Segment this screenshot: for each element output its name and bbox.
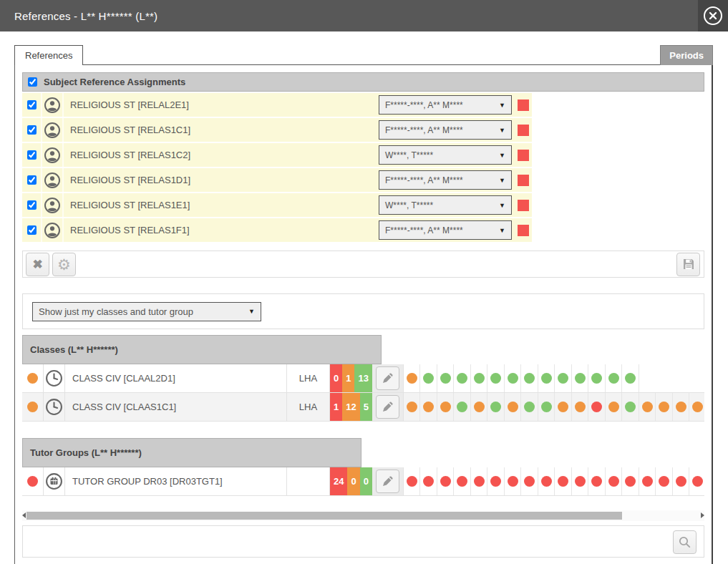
teacher-select[interactable]: F*****-****, A** M**** ▼ <box>379 220 512 240</box>
status-dot-cell <box>521 364 538 392</box>
count-green: 13 <box>354 364 372 392</box>
delete-button[interactable]: ✖ <box>26 253 49 276</box>
chevron-down-icon: ▼ <box>499 202 505 209</box>
teacher-select-value: W****, T***** <box>385 200 433 210</box>
teacher-select[interactable]: F*****-****, A** M**** ▼ <box>379 95 512 115</box>
chevron-down-icon: ▼ <box>499 177 505 184</box>
save-button[interactable] <box>676 253 700 276</box>
status-dot-cell <box>555 467 572 495</box>
status-dot-cell <box>622 364 639 392</box>
person-icon <box>42 218 64 242</box>
red-status-dot <box>642 476 653 487</box>
person-icon <box>42 193 64 217</box>
orange-status-dot <box>407 402 417 412</box>
green-status-dot <box>558 373 568 384</box>
tutor-group-icon <box>45 472 63 490</box>
close-button[interactable] <box>698 0 728 31</box>
group-row-label: CLASS CIV [CLAAL2D1] <box>65 364 287 392</box>
status-dot-cell <box>505 467 522 495</box>
scroll-right-arrow[interactable] <box>701 512 704 518</box>
settings-button[interactable]: ⚙ <box>52 253 76 276</box>
red-status-dot <box>575 476 586 487</box>
class-filter-select[interactable]: Show just my classes and tutor group ▼ <box>32 302 261 321</box>
classes-table: CLASS CIV [CLAAL2D1] LHA 0 1 13 <box>22 364 704 422</box>
status-dot <box>27 476 38 487</box>
person-icon <box>42 143 64 167</box>
tab-references[interactable]: References <box>14 45 83 65</box>
red-status-dot <box>508 476 518 487</box>
orange-status-dot <box>642 402 653 412</box>
count-green: 0 <box>360 467 372 495</box>
subject-row-checkbox[interactable] <box>27 150 37 160</box>
scroll-left-arrow[interactable] <box>22 512 26 518</box>
tab-periods[interactable]: Periods <box>660 45 713 65</box>
search-input[interactable] <box>26 529 670 554</box>
group-row-label: CLASS CIV [CLAAS1C1] <box>65 393 287 421</box>
status-dot-strip <box>404 393 704 421</box>
red-status-dot <box>591 476 602 487</box>
status-dot-strip <box>404 467 704 495</box>
status-dot-cell <box>606 364 623 392</box>
orange-status-dot <box>575 402 586 412</box>
subject-row-checkbox[interactable] <box>27 175 37 185</box>
dialog-titlebar: References - L** H****** (L**) <box>0 0 728 31</box>
status-dot-cell <box>639 467 656 495</box>
orange-status-dot <box>440 402 451 412</box>
status-dot-strip <box>404 364 704 392</box>
red-status-dot <box>558 476 568 487</box>
edit-button[interactable] <box>376 366 399 390</box>
classes-header: Classes (L** H******) <box>22 335 382 364</box>
red-status-dot <box>524 476 535 487</box>
orange-status-dot <box>423 402 434 412</box>
status-dot-cell <box>437 393 455 421</box>
green-status-dot <box>524 373 535 384</box>
status-dot-cell <box>622 393 639 421</box>
count-red: 24 <box>330 467 347 495</box>
red-status-dot <box>541 476 552 487</box>
select-all-checkbox[interactable] <box>28 77 37 87</box>
status-dot-cell <box>487 467 505 495</box>
subject-assignments-title: Subject Reference Assignments <box>44 77 185 87</box>
teacher-select[interactable]: F*****-****, A** M**** ▼ <box>379 120 512 140</box>
search-box <box>22 525 704 558</box>
green-status-dot <box>423 373 434 384</box>
status-square <box>518 225 529 236</box>
row-status-cell <box>515 150 532 161</box>
status-square <box>518 175 529 186</box>
status-dot-cell <box>689 467 704 495</box>
status-dot-cell <box>656 393 673 421</box>
orange-status-dot <box>676 402 686 412</box>
teacher-select[interactable]: W****, T***** ▼ <box>379 145 512 165</box>
red-status-dot <box>407 476 417 487</box>
edit-button[interactable] <box>376 395 399 419</box>
count-green: 5 <box>360 393 372 421</box>
green-status-dot <box>524 402 535 412</box>
search-button[interactable] <box>673 530 697 554</box>
count-orange: 12 <box>342 393 359 421</box>
row-checkbox-cell <box>22 143 42 167</box>
subject-row-checkbox[interactable] <box>27 200 37 210</box>
subject-assignment-row: RELIGIOUS ST [RELAL2E1] F*****-****, A**… <box>22 93 532 117</box>
status-dot-cell <box>572 364 589 392</box>
red-status-dot <box>457 476 467 487</box>
status-dot-cell <box>454 364 471 392</box>
row-status-cell <box>515 200 532 211</box>
green-status-dot <box>541 402 552 412</box>
green-status-dot <box>457 373 467 384</box>
edit-button[interactable] <box>376 470 399 493</box>
teacher-select[interactable]: W****, T***** ▼ <box>379 195 512 215</box>
green-status-dot <box>608 373 619 384</box>
subject-row-checkbox[interactable] <box>27 100 37 110</box>
scrollbar-thumb[interactable] <box>26 512 622 520</box>
group-row-label: TUTOR GROUP DR03 [DR03TGT1] <box>65 467 287 495</box>
teacher-select[interactable]: F*****-****, A** M**** ▼ <box>379 170 512 190</box>
x-icon: ✖ <box>32 258 42 271</box>
status-dot-cell <box>538 393 555 421</box>
status-dot-cell <box>487 393 505 421</box>
status-dot-cell <box>538 364 555 392</box>
status-dot-cell <box>572 393 589 421</box>
count-orange: 1 <box>342 364 354 392</box>
subject-row-checkbox[interactable] <box>27 225 37 235</box>
orange-status-dot <box>474 402 485 412</box>
subject-row-checkbox[interactable] <box>27 125 37 135</box>
